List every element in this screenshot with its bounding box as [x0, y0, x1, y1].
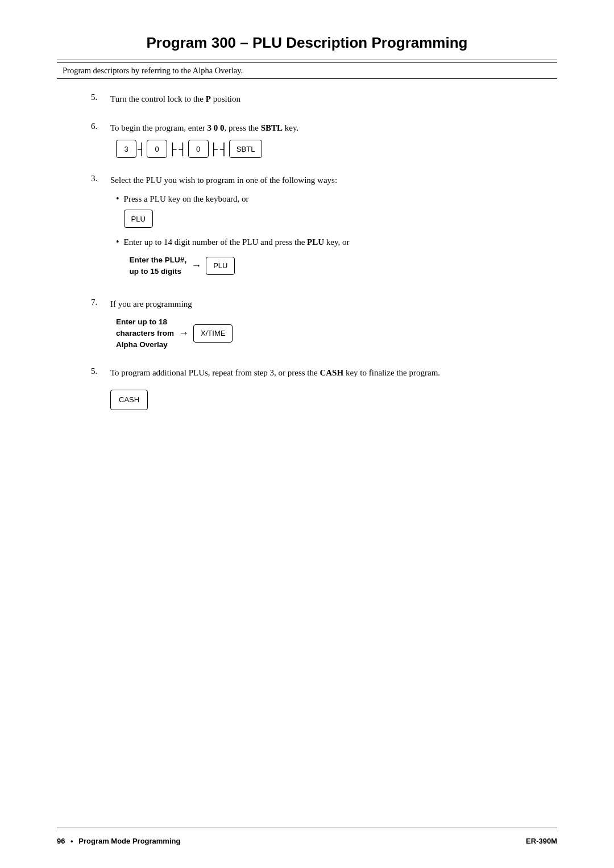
step-5b-text: To program additional PLUs, repeat from …	[110, 366, 557, 379]
bullet-section-1: • Press a PLU key on the keyboard, or PL…	[116, 193, 557, 283]
key-3: 3	[116, 140, 136, 158]
bullet-2-text: Enter up to 14 digit number of the PLU a…	[124, 237, 350, 247]
step-7-text: If you are programming	[110, 298, 557, 311]
step-6-begin-program: 6. To begin the program, enter 3 0 0, pr…	[91, 122, 557, 164]
bullet-1-content: Press a PLU key on the keyboard, or PLU	[124, 193, 249, 228]
key-row-300-sbtl: 3 ┤ 0 ├ ┤ 0 ├ ┤ SBTL	[116, 140, 557, 158]
key-sep-1: ┤	[136, 143, 147, 156]
bullet-dot-2: •	[116, 237, 119, 247]
step-3-content: Select the PLU you wish to program in on…	[110, 174, 557, 287]
bullet-2-content: Enter up to 14 digit number of the PLU a…	[124, 236, 350, 283]
key-0b: 0	[188, 140, 209, 158]
footer-section: Program Mode Programming	[78, 837, 180, 845]
step-num-7: 7.	[91, 298, 102, 307]
key-plu-2: PLU	[206, 257, 235, 275]
step-5-turn-lock: 5. Turn the control lock to the P positi…	[91, 93, 557, 111]
key-xtime: X/TIME	[193, 324, 233, 343]
footer-model: ER-390M	[526, 837, 557, 845]
page: Program 300 – PLU Description Programmin…	[0, 0, 614, 868]
bullet-dot-1: •	[116, 194, 119, 203]
step-5-content: Turn the control lock to the P position	[110, 93, 557, 111]
flow-row-xtime: Enter up to 18characters fromAlpha Overl…	[116, 316, 557, 351]
step-7-programming: 7. If you are programming Enter up to 18…	[91, 298, 557, 356]
key-sep-2: ├	[167, 143, 177, 156]
page-title: Program 300 – PLU Description Programmin…	[57, 34, 557, 52]
footer-page-num: 96	[57, 837, 65, 845]
arrow-icon-plu: →	[186, 260, 206, 272]
key-sep-5: ┤	[219, 143, 229, 156]
step-5b-finalize: 5. To program additional PLUs, repeat fr…	[91, 366, 557, 410]
key-sep-4: ├	[209, 143, 219, 156]
step-6-text: To begin the program, enter 3 0 0, press…	[110, 122, 557, 135]
bullet-plu-digit: • Enter up to 14 digit number of the PLU…	[116, 236, 557, 283]
key-0a: 0	[147, 140, 167, 158]
subtitle-bar: Program descriptors by referring to the …	[57, 62, 557, 79]
key-sep-3: ┤	[177, 143, 188, 156]
bullet-1-text: Press a PLU key on the keyboard, or	[124, 194, 249, 203]
step-5b-content: To program additional PLUs, repeat from …	[110, 366, 557, 410]
top-rule	[57, 60, 557, 60]
step-3-text: Select the PLU you wish to program in on…	[110, 174, 557, 187]
step-3-select-plu: 3. Select the PLU you wish to program in…	[91, 174, 557, 287]
key-cash: CASH	[110, 390, 148, 410]
footer-bullet: •	[70, 837, 73, 845]
step-6-content: To begin the program, enter 3 0 0, press…	[110, 122, 557, 164]
flow-label-xtime: Enter up to 18characters fromAlpha Overl…	[116, 316, 174, 351]
step-5-text: Turn the control lock to the P position	[110, 93, 557, 106]
step-num-5b: 5.	[91, 366, 102, 376]
step-num-6: 6.	[91, 122, 102, 131]
arrow-icon-xtime: →	[174, 327, 193, 339]
footer-bar: 96 • Program Mode Programming ER-390M	[57, 837, 557, 845]
subtitle-text: Program descriptors by referring to the …	[63, 66, 243, 75]
flow-row-plu: Enter the PLU#,up to 15 digits → PLU	[130, 254, 350, 278]
step-7-content: If you are programming Enter up to 18cha…	[110, 298, 557, 356]
key-plu-1: PLU	[124, 210, 153, 228]
step-num-3: 3.	[91, 174, 102, 183]
bullet-plu-keyboard: • Press a PLU key on the keyboard, or PL…	[116, 193, 557, 228]
flow-label-plu: Enter the PLU#,up to 15 digits	[130, 254, 187, 278]
footer-rule	[57, 828, 557, 828]
footer-left: 96 • Program Mode Programming	[57, 837, 180, 845]
step-num-5a: 5.	[91, 93, 102, 102]
key-sbtl: SBTL	[229, 140, 263, 158]
